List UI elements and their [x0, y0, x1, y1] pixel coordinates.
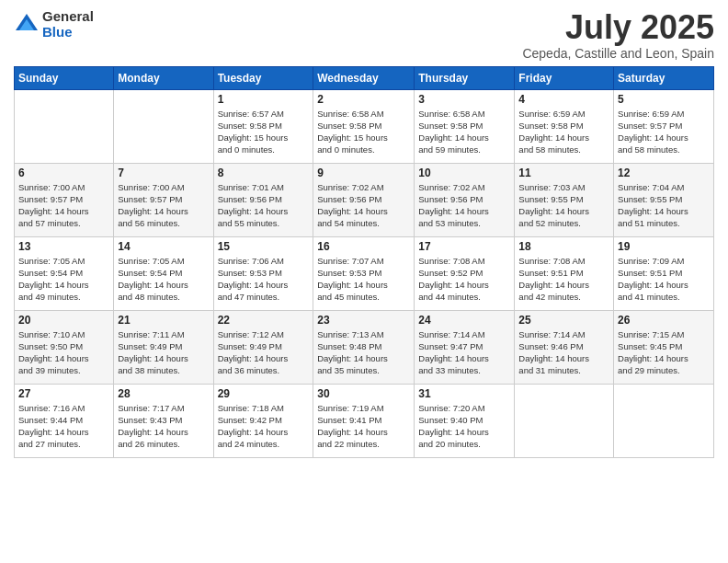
day-number: 28	[118, 387, 209, 400]
logo-text: General Blue	[42, 9, 94, 40]
day-number: 4	[518, 93, 609, 106]
day-number: 10	[418, 167, 510, 179]
day-cell: 15Sunrise: 7:06 AM Sunset: 9:53 PM Dayli…	[213, 236, 313, 310]
day-cell	[114, 89, 213, 163]
location-title: Cepeda, Castille and Leon, Spain	[522, 46, 714, 61]
day-number: 27	[18, 387, 109, 400]
day-cell: 11Sunrise: 7:03 AM Sunset: 9:55 PM Dayli…	[515, 163, 614, 236]
day-number: 15	[218, 240, 310, 253]
col-header-sunday: Sunday	[15, 66, 114, 89]
col-header-saturday: Saturday	[614, 66, 714, 89]
day-cell: 23Sunrise: 7:13 AM Sunset: 9:48 PM Dayli…	[313, 310, 415, 384]
day-cell: 12Sunrise: 7:04 AM Sunset: 9:55 PM Dayli…	[614, 163, 714, 236]
day-info: Sunrise: 7:03 AM Sunset: 9:55 PM Dayligh…	[518, 181, 609, 230]
day-number: 12	[618, 167, 710, 179]
day-cell: 8Sunrise: 7:01 AM Sunset: 9:56 PM Daylig…	[213, 163, 313, 236]
day-info: Sunrise: 7:02 AM Sunset: 9:56 PM Dayligh…	[317, 181, 410, 230]
calendar-table: SundayMondayTuesdayWednesdayThursdayFrid…	[14, 66, 714, 458]
day-info: Sunrise: 7:06 AM Sunset: 9:53 PM Dayligh…	[218, 255, 310, 304]
day-info: Sunrise: 7:13 AM Sunset: 9:48 PM Dayligh…	[317, 328, 410, 377]
day-info: Sunrise: 6:58 AM Sunset: 9:58 PM Dayligh…	[317, 108, 410, 156]
day-number: 11	[518, 167, 609, 179]
day-cell: 4Sunrise: 6:59 AM Sunset: 9:58 PM Daylig…	[515, 89, 614, 163]
logo-general-text: General	[42, 9, 94, 25]
col-header-wednesday: Wednesday	[313, 66, 415, 89]
day-number: 1	[218, 93, 310, 106]
day-info: Sunrise: 7:11 AM Sunset: 9:49 PM Dayligh…	[118, 328, 209, 377]
day-number: 17	[418, 240, 510, 253]
day-number: 30	[317, 387, 410, 400]
day-number: 2	[317, 93, 410, 106]
day-cell: 3Sunrise: 6:58 AM Sunset: 9:58 PM Daylig…	[415, 89, 515, 163]
day-number: 19	[618, 240, 710, 253]
day-number: 5	[618, 93, 710, 106]
day-info: Sunrise: 7:04 AM Sunset: 9:55 PM Dayligh…	[618, 181, 710, 230]
day-number: 31	[418, 387, 510, 400]
day-cell: 5Sunrise: 6:59 AM Sunset: 9:57 PM Daylig…	[614, 89, 714, 163]
day-number: 22	[218, 314, 310, 327]
col-header-friday: Friday	[515, 66, 614, 89]
day-number: 9	[317, 167, 410, 179]
week-row-4: 20Sunrise: 7:10 AM Sunset: 9:50 PM Dayli…	[15, 310, 714, 384]
day-cell: 1Sunrise: 6:57 AM Sunset: 9:58 PM Daylig…	[213, 89, 313, 163]
logo-icon	[14, 12, 40, 38]
week-row-2: 6Sunrise: 7:00 AM Sunset: 9:57 PM Daylig…	[15, 163, 714, 236]
day-cell: 26Sunrise: 7:15 AM Sunset: 9:45 PM Dayli…	[614, 310, 714, 384]
day-cell: 16Sunrise: 7:07 AM Sunset: 9:53 PM Dayli…	[313, 236, 415, 310]
day-number: 26	[618, 314, 710, 327]
day-info: Sunrise: 7:17 AM Sunset: 9:43 PM Dayligh…	[118, 402, 209, 451]
day-info: Sunrise: 7:05 AM Sunset: 9:54 PM Dayligh…	[18, 255, 109, 304]
day-info: Sunrise: 7:20 AM Sunset: 9:40 PM Dayligh…	[418, 402, 510, 451]
day-number: 3	[418, 93, 510, 106]
week-row-3: 13Sunrise: 7:05 AM Sunset: 9:54 PM Dayli…	[15, 236, 714, 310]
day-cell: 7Sunrise: 7:00 AM Sunset: 9:57 PM Daylig…	[114, 163, 213, 236]
day-info: Sunrise: 7:08 AM Sunset: 9:51 PM Dayligh…	[518, 255, 609, 304]
day-info: Sunrise: 7:08 AM Sunset: 9:52 PM Dayligh…	[418, 255, 510, 304]
day-number: 7	[118, 167, 209, 179]
day-cell: 13Sunrise: 7:05 AM Sunset: 9:54 PM Dayli…	[15, 236, 114, 310]
day-cell: 30Sunrise: 7:19 AM Sunset: 9:41 PM Dayli…	[313, 384, 415, 457]
day-cell: 10Sunrise: 7:02 AM Sunset: 9:56 PM Dayli…	[415, 163, 515, 236]
day-info: Sunrise: 7:19 AM Sunset: 9:41 PM Dayligh…	[317, 402, 410, 451]
day-number: 14	[118, 240, 209, 253]
day-number: 8	[218, 167, 310, 179]
week-row-5: 27Sunrise: 7:16 AM Sunset: 9:44 PM Dayli…	[15, 384, 714, 457]
day-number: 13	[18, 240, 109, 253]
day-info: Sunrise: 7:15 AM Sunset: 9:45 PM Dayligh…	[618, 328, 710, 377]
day-cell: 14Sunrise: 7:05 AM Sunset: 9:54 PM Dayli…	[114, 236, 213, 310]
day-info: Sunrise: 7:02 AM Sunset: 9:56 PM Dayligh…	[418, 181, 510, 230]
logo-blue-text: Blue	[42, 25, 94, 40]
day-cell: 19Sunrise: 7:09 AM Sunset: 9:51 PM Dayli…	[614, 236, 714, 310]
col-header-tuesday: Tuesday	[213, 66, 313, 89]
day-number: 18	[518, 240, 609, 253]
col-header-thursday: Thursday	[415, 66, 515, 89]
day-cell: 2Sunrise: 6:58 AM Sunset: 9:58 PM Daylig…	[313, 89, 415, 163]
day-cell	[614, 384, 714, 457]
day-number: 29	[218, 387, 310, 400]
day-info: Sunrise: 7:14 AM Sunset: 9:47 PM Dayligh…	[418, 328, 510, 377]
page: General Blue July 2025 Cepeda, Castille …	[0, 0, 728, 563]
logo: General Blue	[14, 9, 94, 40]
day-number: 21	[118, 314, 209, 327]
day-cell: 17Sunrise: 7:08 AM Sunset: 9:52 PM Dayli…	[415, 236, 515, 310]
day-info: Sunrise: 7:09 AM Sunset: 9:51 PM Dayligh…	[618, 255, 710, 304]
day-info: Sunrise: 7:14 AM Sunset: 9:46 PM Dayligh…	[518, 328, 609, 377]
day-info: Sunrise: 7:05 AM Sunset: 9:54 PM Dayligh…	[118, 255, 209, 304]
day-cell: 28Sunrise: 7:17 AM Sunset: 9:43 PM Dayli…	[114, 384, 213, 457]
col-header-monday: Monday	[114, 66, 213, 89]
day-info: Sunrise: 7:10 AM Sunset: 9:50 PM Dayligh…	[18, 328, 109, 377]
day-info: Sunrise: 7:00 AM Sunset: 9:57 PM Dayligh…	[118, 181, 209, 230]
day-cell: 24Sunrise: 7:14 AM Sunset: 9:47 PM Dayli…	[415, 310, 515, 384]
day-cell: 27Sunrise: 7:16 AM Sunset: 9:44 PM Dayli…	[15, 384, 114, 457]
day-number: 20	[18, 314, 109, 327]
day-info: Sunrise: 7:18 AM Sunset: 9:42 PM Dayligh…	[218, 402, 310, 451]
day-info: Sunrise: 7:00 AM Sunset: 9:57 PM Dayligh…	[18, 181, 109, 230]
day-number: 25	[518, 314, 609, 327]
day-info: Sunrise: 6:59 AM Sunset: 9:57 PM Dayligh…	[618, 108, 710, 156]
day-info: Sunrise: 7:16 AM Sunset: 9:44 PM Dayligh…	[18, 402, 109, 451]
day-number: 6	[18, 167, 109, 179]
day-info: Sunrise: 6:59 AM Sunset: 9:58 PM Dayligh…	[518, 108, 609, 156]
header: General Blue July 2025 Cepeda, Castille …	[14, 9, 714, 61]
day-cell: 22Sunrise: 7:12 AM Sunset: 9:49 PM Dayli…	[213, 310, 313, 384]
day-cell: 31Sunrise: 7:20 AM Sunset: 9:40 PM Dayli…	[415, 384, 515, 457]
